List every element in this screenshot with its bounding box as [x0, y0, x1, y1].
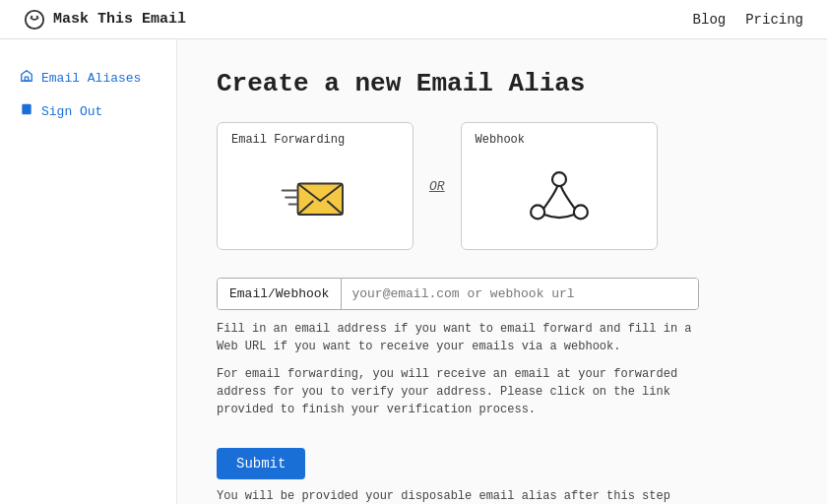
header: Mask This Email Blog Pricing — [0, 0, 827, 39]
svg-point-11 — [531, 205, 544, 219]
or-divider: OR — [429, 179, 445, 194]
submit-hint: You will be provided your disposable ema… — [217, 489, 699, 503]
main-content: Create a new Email Alias Email Forwardin… — [177, 39, 827, 504]
envelope-icon-area — [231, 155, 399, 239]
sidebar-item-email-aliases[interactable]: Email Aliases — [16, 63, 160, 93]
user-icon — [20, 102, 33, 120]
card-forwarding-label: Email Forwarding — [231, 133, 345, 147]
email-webhook-input[interactable] — [342, 279, 698, 309]
hint-text-2: For email forwarding, you will receive a… — [217, 365, 699, 418]
home-icon — [20, 69, 33, 87]
webhook-icon-area — [476, 155, 643, 239]
svg-point-13 — [552, 172, 566, 186]
svg-point-1 — [31, 15, 32, 17]
form-area: Email/Webhook Fill in an email address i… — [217, 278, 699, 503]
svg-rect-3 — [25, 77, 29, 81]
page-title: Create a new Email Alias — [217, 69, 788, 98]
envelope-icon — [281, 170, 350, 224]
header-nav: Blog Pricing — [693, 12, 803, 28]
input-label-tag: Email/Webhook — [218, 279, 342, 309]
webhook-icon — [525, 165, 594, 229]
logo-icon — [24, 9, 45, 31]
sidebar-item-label-aliases: Email Aliases — [41, 71, 141, 86]
svg-rect-4 — [22, 104, 31, 115]
sidebar-item-label-signout: Sign Out — [41, 104, 102, 119]
svg-point-2 — [36, 15, 38, 17]
sidebar: Email Aliases Sign Out — [0, 39, 177, 504]
card-webhook[interactable]: Webhook — [461, 122, 658, 250]
nav-blog[interactable]: Blog — [693, 12, 727, 28]
layout: Email Aliases Sign Out Create a new Emai… — [0, 39, 827, 504]
hint-text-1: Fill in an email address if you want to … — [217, 320, 699, 355]
nav-pricing[interactable]: Pricing — [745, 12, 803, 28]
card-webhook-label: Webhook — [476, 133, 525, 147]
card-row: Email Forwarding — [217, 122, 788, 250]
logo: Mask This Email — [24, 9, 186, 31]
input-row: Email/Webhook — [217, 278, 699, 310]
logo-text: Mask This Email — [53, 11, 186, 28]
card-email-forwarding[interactable]: Email Forwarding — [217, 122, 414, 250]
svg-point-12 — [573, 205, 587, 219]
sidebar-item-signout[interactable]: Sign Out — [16, 96, 160, 126]
submit-button[interactable]: Submit — [217, 448, 305, 479]
